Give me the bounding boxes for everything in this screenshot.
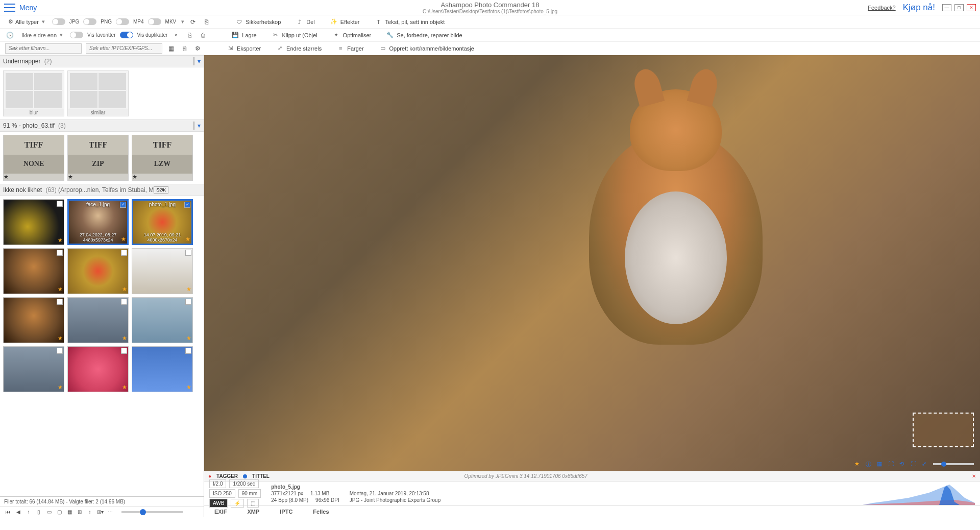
optimize-button[interactable]: ✦Optimaliser: [333, 31, 372, 39]
folder-similar[interactable]: similar: [67, 70, 129, 116]
copy-icon[interactable]: ⎘: [185, 31, 194, 40]
thumb-water[interactable]: ★: [67, 297, 129, 343]
type-filter[interactable]: Alle typer: [5, 17, 48, 26]
up-icon[interactable]: ↑: [24, 508, 33, 516]
print-icon[interactable]: ⎙: [198, 31, 207, 40]
thumb-photo1[interactable]: photo_1.jpg 14.07.2019, 09:214000x2670x2…: [132, 199, 193, 245]
expand-icon[interactable]: ⤢: [922, 461, 929, 468]
wand-icon: ✦: [333, 32, 340, 39]
sort-icon[interactable]: ↕: [86, 508, 94, 516]
close-tag-icon[interactable]: ✕: [972, 473, 976, 479]
filename-search-input[interactable]: [5, 43, 82, 54]
group2-header[interactable]: Ikke nok likhet (63) (Arporop...nien, Te…: [0, 184, 204, 196]
effects-button[interactable]: ✨Effekter: [330, 18, 360, 26]
backup-button[interactable]: 🛡Sikkerhetskop: [235, 18, 281, 26]
view2-icon[interactable]: ▭: [45, 508, 53, 516]
tiff-zip-thumb[interactable]: TIFFZIP★: [67, 135, 129, 181]
crop-button[interactable]: ✂Klipp ut (Objel: [272, 31, 317, 39]
minimize-button[interactable]: —: [942, 4, 951, 11]
hamburger-menu-icon[interactable]: [4, 4, 15, 12]
filter-icon-2[interactable]: ⎘: [180, 44, 189, 53]
star-icon[interactable]: ★: [854, 461, 862, 468]
jpg-toggle[interactable]: [52, 18, 65, 25]
export-icon[interactable]: ⎘: [202, 17, 211, 27]
thumb-flower[interactable]: ★: [67, 346, 129, 392]
awb-badge: AWB: [209, 499, 228, 508]
thumb-plant[interactable]: ★: [3, 199, 64, 245]
fullscreen-icon[interactable]: ⛶: [911, 461, 918, 468]
maximize-button[interactable]: □: [954, 4, 964, 11]
group1-checkbox[interactable]: [193, 122, 194, 130]
tab-xmp[interactable]: XMP: [247, 509, 259, 515]
fit-icon[interactable]: ⛶: [888, 461, 895, 468]
png-toggle[interactable]: [83, 18, 96, 25]
grid-icon[interactable]: ⊞▾: [96, 508, 104, 516]
export-button[interactable]: ⇲Eksporter: [227, 44, 261, 53]
favorites-toggle[interactable]: [70, 32, 83, 38]
share-button[interactable]: ⤴Del: [296, 18, 315, 26]
grid-view-icon[interactable]: ▦: [877, 461, 884, 468]
info-icon[interactable]: ⓘ: [866, 461, 873, 468]
section-checkbox[interactable]: [193, 57, 194, 65]
tree-icon[interactable]: ⊞: [76, 508, 84, 516]
thumb-fox3[interactable]: ★: [3, 297, 64, 343]
prev-icon[interactable]: ◀: [14, 508, 22, 516]
thumb-face1[interactable]: face_1.jpg 27.04.2022, 08:274480x5973x24…: [67, 199, 129, 245]
feedback-link[interactable]: Feedback?: [868, 5, 895, 11]
more-icon[interactable]: ⋯: [106, 508, 114, 516]
view4-icon[interactable]: ▦: [65, 508, 74, 516]
tab-exif[interactable]: EXIF: [214, 509, 227, 515]
resize-button[interactable]: ⤢Endre størrels: [276, 44, 322, 53]
thumb-fox2[interactable]: ★: [3, 248, 64, 294]
mp4-toggle[interactable]: [116, 18, 129, 25]
filter-icon-1[interactable]: ▦: [166, 44, 176, 53]
aperture-value: f/2.0: [209, 479, 226, 488]
tiff-lzw-thumb[interactable]: TIFFLZW★: [132, 135, 193, 181]
link-icon[interactable]: ⚬: [172, 31, 181, 40]
thumb-eagle[interactable]: ★: [132, 297, 193, 343]
metadata-tabs: EXIF XMP IPTC Felles: [204, 505, 980, 517]
view3-icon[interactable]: ▢: [55, 508, 63, 516]
filter-toolbar-1: Alle typer JPG PNG MP4 MKV ⟳ ⎘ 🛡Sikkerhe…: [0, 15, 980, 29]
tiff-none-thumb[interactable]: TIFFNONE★: [3, 135, 64, 181]
group1-header[interactable]: 91 % - photo_63.tif (3) ▾: [0, 119, 204, 132]
first-icon[interactable]: ⏮: [4, 508, 12, 516]
tittel-label[interactable]: TITTEL: [252, 473, 270, 479]
thumb-bird[interactable]: ★: [3, 346, 64, 392]
repair-button[interactable]: 🔧Se, forbedre, reparer bilde: [386, 31, 462, 39]
menu-button[interactable]: Meny: [19, 4, 37, 12]
refresh-icon[interactable]: ⟳: [188, 17, 198, 27]
image-viewer[interactable]: ★ ⓘ ▦ ⛶ ⟲ ⛶ ⤢: [204, 55, 980, 471]
thumb-cat[interactable]: ★: [132, 248, 193, 294]
thumb-ladybug[interactable]: ★: [67, 248, 129, 294]
focal-value: 90 mm: [238, 489, 261, 498]
close-button[interactable]: ✕: [967, 4, 976, 11]
text-insert-button[interactable]: TTekst, pil, sett inn objekt: [375, 18, 445, 26]
left-tool-bar: ⏮ ◀ ↑ ▯ ▭ ▢ ▦ ⊞ ↕ ⊞▾ ⋯: [0, 507, 204, 517]
thumb-sky[interactable]: ★: [132, 346, 193, 392]
tab-felles[interactable]: Felles: [313, 509, 329, 515]
tab-iptc[interactable]: IPTC: [280, 509, 292, 515]
navigator-preview[interactable]: [913, 413, 974, 447]
colors-button[interactable]: ≡Farger: [337, 44, 363, 53]
folder-blur[interactable]: blur: [3, 70, 64, 116]
meta-search-input[interactable]: [86, 43, 162, 54]
tagger-label[interactable]: TAGGER: [216, 473, 238, 479]
format-text: JPG - Joint Photographic Experts Group: [350, 497, 440, 503]
duplicates-toggle[interactable]: [120, 32, 133, 38]
rotate-icon[interactable]: ⟲: [899, 461, 906, 468]
save-icon: 💾: [232, 32, 239, 39]
filter-icon-3[interactable]: ⚙: [193, 44, 202, 53]
create-card-button[interactable]: ▭Opprett kort/ramme/bildemontasje: [379, 44, 474, 53]
view1-icon[interactable]: ▯: [35, 508, 43, 516]
save-button[interactable]: 💾Lagre: [232, 31, 256, 39]
subfolders-header[interactable]: Undermapper (2) ▾: [0, 55, 204, 67]
age-filter[interactable]: Ikke eldre enn: [18, 31, 66, 39]
zoom-slider[interactable]: [933, 463, 974, 465]
format-more[interactable]: [180, 18, 184, 25]
thumb-size-slider[interactable]: [121, 511, 183, 513]
search-button[interactable]: SØK: [154, 186, 168, 194]
iso-value: ISO 250: [209, 489, 235, 498]
mkv-toggle[interactable]: [148, 18, 161, 25]
buy-now-link[interactable]: Kjøp nå!: [903, 3, 935, 13]
